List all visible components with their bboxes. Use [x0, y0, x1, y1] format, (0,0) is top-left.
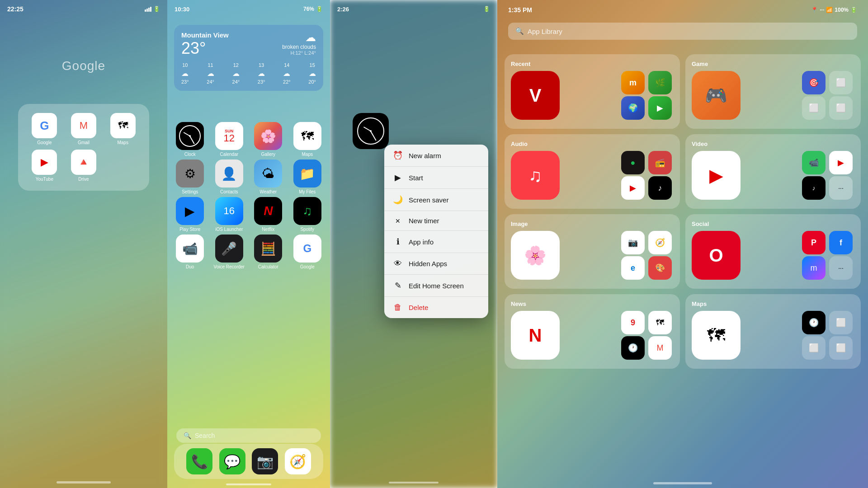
app-paint-lib[interactable]: 🎨: [648, 256, 672, 280]
forecast-13-hour: 13: [259, 62, 264, 68]
app-game2[interactable]: 🌍: [621, 96, 645, 120]
app-contacts[interactable]: 👤 Contacts: [211, 160, 248, 194]
app-pinterest-lib[interactable]: P: [802, 231, 826, 254]
app-info-icon: ℹ: [392, 237, 403, 247]
app-weather[interactable]: 🌤 Weather: [250, 160, 287, 194]
folder-app-maps[interactable]: 🗺 Maps: [105, 113, 140, 145]
menu-item-screen-saver[interactable]: 🌙 Screen saver: [384, 189, 488, 211]
app-clock-maps[interactable]: 🕐: [802, 311, 826, 334]
app-voice-recorder[interactable]: 🎤 Voice Recorder: [211, 235, 248, 269]
app-gmaps-news[interactable]: 🗺: [648, 311, 672, 334]
app-game-large[interactable]: 🎮: [692, 71, 741, 120]
app-edge-lib[interactable]: e: [621, 256, 645, 280]
app-social-sm4[interactable]: ···: [829, 256, 853, 280]
folder-app-google[interactable]: G Google: [27, 113, 62, 145]
app-radio-lib[interactable]: 📻: [648, 151, 672, 174]
weather-description: broken clouds: [282, 44, 316, 50]
calculator-icon: 🧮: [254, 235, 282, 263]
app-ios-launcher[interactable]: 16 iOS Launcher: [211, 197, 248, 232]
forecast-14-temp: 22°: [283, 79, 291, 84]
folder-app-gmail[interactable]: M Gmail: [66, 113, 101, 145]
app-camera-lib[interactable]: 📷: [621, 231, 645, 254]
app-calendar[interactable]: SUN 12 Calendar: [211, 122, 248, 157]
app-netflix[interactable]: N Netflix: [250, 197, 287, 232]
app-yt-lib[interactable]: ▶: [621, 176, 645, 200]
forecast-15-hour: 15: [310, 62, 315, 68]
app-safari-lib[interactable]: 🧭: [648, 231, 672, 254]
category-social-label: Social: [692, 221, 854, 227]
clock-minute-hand: [370, 131, 376, 141]
app-clock[interactable]: Clock: [172, 122, 208, 157]
app-maps-sm3[interactable]: ⬜: [802, 336, 826, 360]
dock-camera[interactable]: 📷: [252, 448, 278, 474]
app-youtube-vid[interactable]: ▶: [692, 151, 741, 200]
app-photos-lib[interactable]: 🌸: [511, 231, 560, 280]
search-bar[interactable]: 🔍 Search: [176, 428, 321, 443]
menu-item-start[interactable]: ▶ Start: [384, 167, 488, 189]
app-game-sm3[interactable]: ⬜: [802, 96, 826, 120]
app-spotify[interactable]: ♫ Spotify: [289, 197, 326, 232]
app-mytv[interactable]: m: [621, 71, 645, 94]
app-game1[interactable]: 🌿: [648, 71, 672, 94]
app-facetime-lib[interactable]: 📹: [802, 151, 826, 174]
app-vid-sm4[interactable]: ···: [829, 176, 853, 200]
menu-item-hidden-apps[interactable]: 👁 Hidden Apps: [384, 253, 488, 275]
dock-safari[interactable]: 🧭: [285, 448, 311, 474]
app-arrow[interactable]: ▶: [648, 96, 672, 120]
app-maps[interactable]: 🗺 Maps: [289, 122, 326, 157]
panel3-status-bar: 2:26 🔋: [330, 0, 497, 18]
app-clock-news[interactable]: 🕐: [621, 336, 645, 360]
weather-temp: 23°: [181, 39, 229, 58]
app-opera-lib[interactable]: O: [692, 231, 741, 280]
app-library-search[interactable]: 🔍 App Library: [508, 23, 857, 40]
clock-app-pressed[interactable]: [353, 113, 389, 149]
ios-launcher-icon: 16: [215, 197, 243, 225]
app-maps-sm4[interactable]: ⬜: [829, 336, 853, 360]
app-game-sm1[interactable]: 🎯: [802, 71, 826, 94]
panel4-wifi-icon: 📶: [826, 7, 833, 13]
duo-label: Duo: [186, 264, 194, 269]
dock-messages[interactable]: 💬: [219, 448, 245, 474]
app-tiktok-lib[interactable]: ♪: [648, 176, 672, 200]
app-facebook-lib[interactable]: f: [829, 231, 853, 254]
forecast-10-hour: 10: [182, 62, 188, 68]
voice-recorder-label: Voice Recorder: [214, 264, 245, 269]
app-library-title-section: 🔍 App Library: [497, 23, 868, 40]
panel3-status-icons: 🔋: [483, 6, 490, 12]
forecast-11-hour: 11: [208, 62, 213, 68]
folder-app-youtube[interactable]: ▶ YouTube: [27, 150, 62, 182]
menu-item-edit-home[interactable]: ✎ Edit Home Screen: [384, 275, 488, 297]
folder-app-drive[interactable]: 🔺 Drive: [66, 150, 101, 182]
app-gallery[interactable]: 🌸 Gallery: [250, 122, 287, 157]
app-duo[interactable]: 📹 Duo: [172, 235, 208, 269]
app-maps-sm2[interactable]: ⬜: [829, 311, 853, 334]
app-calendar-news[interactable]: 9: [621, 311, 645, 334]
app-gmail-news[interactable]: M: [648, 336, 672, 360]
app-calculator[interactable]: 🧮 Calculator: [250, 235, 287, 269]
app-game-sm4[interactable]: ⬜: [829, 96, 853, 120]
app-news-lib[interactable]: N: [511, 311, 560, 360]
app-spotify-lib[interactable]: ●: [621, 151, 645, 174]
app-gmaps-large[interactable]: 🗺: [692, 311, 741, 360]
app-vid-sm3[interactable]: ♪: [802, 176, 826, 200]
app-game-sm2[interactable]: ⬜: [829, 71, 853, 94]
menu-item-app-info[interactable]: ℹ App info: [384, 231, 488, 253]
panel1-folder-label: Google: [0, 59, 167, 73]
category-audio-label: Audio: [511, 141, 674, 147]
app-google-home[interactable]: G Google: [289, 235, 326, 269]
library-category-audio: Audio ♫ ● 📻 ▶ ♪: [505, 134, 680, 209]
app-settings[interactable]: ⚙ Settings: [172, 160, 208, 194]
app-messenger-lib[interactable]: m: [802, 256, 826, 280]
app-playstore[interactable]: ▶ Play Store: [172, 197, 208, 232]
new-timer-icon: ✕: [392, 217, 403, 225]
dock-phone[interactable]: 📞: [186, 448, 212, 474]
panel4-dot-menu: ···: [820, 7, 824, 13]
panel2-battery-icon: 🔋: [316, 6, 323, 12]
app-files[interactable]: 📁 My Files: [289, 160, 326, 194]
menu-item-new-timer[interactable]: ✕ New timer: [384, 211, 488, 231]
app-music[interactable]: ♫: [511, 151, 560, 200]
app-vid-sm2[interactable]: ▶: [829, 151, 853, 174]
app-vtv[interactable]: V: [511, 71, 560, 120]
menu-item-new-alarm[interactable]: ⏰ New alarm: [384, 145, 488, 167]
menu-item-delete[interactable]: 🗑 Delete: [384, 297, 488, 318]
